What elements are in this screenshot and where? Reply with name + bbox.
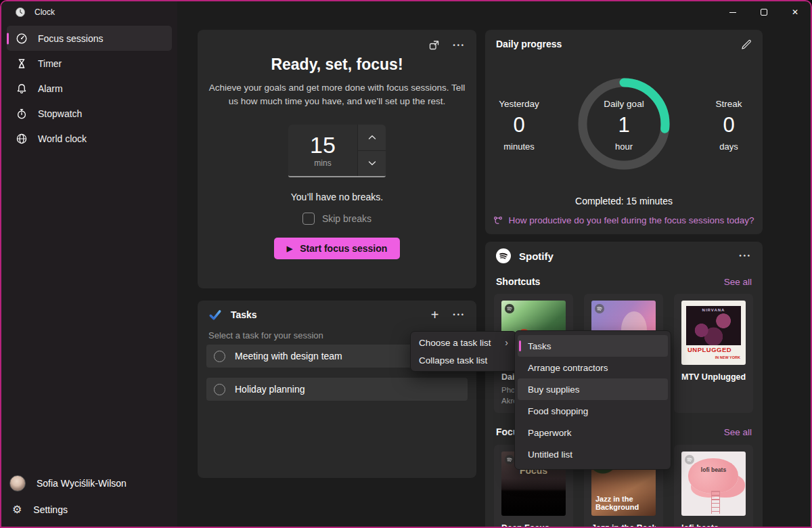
task-radio[interactable] bbox=[214, 351, 225, 362]
duration-unit: mins bbox=[314, 158, 331, 168]
daily-progress-card: Daily progress Yesterday 0 minutes Daily… bbox=[485, 30, 763, 234]
shortcuts-see-all-link[interactable]: See all bbox=[724, 277, 752, 287]
play-icon: ▶ bbox=[287, 244, 292, 253]
clock-app-icon bbox=[15, 7, 26, 18]
maximize-button[interactable] bbox=[748, 1, 780, 23]
list-item-arrange-contractors[interactable]: Arrange contractors bbox=[518, 357, 668, 378]
start-focus-session-button[interactable]: ▶ Start focus session bbox=[274, 238, 401, 259]
start-button-label: Start focus session bbox=[300, 243, 387, 254]
task-label: Holiday planning bbox=[235, 384, 305, 395]
focus-card-title: Ready, set, focus! bbox=[198, 56, 476, 74]
feedback-icon bbox=[493, 216, 503, 225]
minimize-button[interactable] bbox=[717, 1, 748, 23]
skip-breaks-label[interactable]: Skip breaks bbox=[322, 213, 371, 224]
list-item-food-shopping[interactable]: Food shopping bbox=[518, 400, 668, 422]
user-profile-button[interactable]: Sofia Wyciślik-Wilson bbox=[1, 470, 177, 497]
task-list-submenu: Tasks Arrange contractors Buy supplies F… bbox=[514, 330, 671, 470]
clock-app-window: Clock Focus sessions Timer Alarm bbox=[0, 0, 812, 528]
spotify-logo bbox=[496, 248, 511, 263]
titlebar: ✕ bbox=[177, 1, 811, 23]
close-button[interactable]: ✕ bbox=[780, 1, 811, 23]
tasks-card-title: Tasks bbox=[231, 309, 257, 320]
tasks-card-subtitle: Select a task for your session bbox=[208, 330, 323, 340]
duration-increase-button[interactable] bbox=[358, 125, 386, 151]
album-art: NIRVANA bbox=[686, 306, 741, 345]
stat-streak: Streak 0 days bbox=[695, 99, 763, 152]
globe-icon bbox=[16, 133, 28, 145]
productivity-feedback-link[interactable]: How productive do you feel during the fo… bbox=[485, 215, 763, 225]
breaks-note: You’ll have no breaks. bbox=[198, 192, 476, 202]
list-item-buy-supplies[interactable]: Buy supplies bbox=[518, 378, 668, 400]
sidebar-item-stopwatch[interactable]: Stopwatch bbox=[7, 101, 172, 126]
stat-daily-goal: Daily goal 1 hour bbox=[590, 99, 658, 152]
bell-icon bbox=[16, 83, 28, 95]
app-title: Clock bbox=[15, 7, 55, 18]
sidebar-item-label: World clock bbox=[38, 133, 87, 144]
tile-title: MTV Unplugged… bbox=[681, 372, 746, 382]
sidebar-item-label: Alarm bbox=[38, 83, 63, 94]
close-icon: ✕ bbox=[792, 7, 798, 17]
maximize-icon bbox=[761, 9, 767, 16]
tasks-context-menu: Choose a task list › Collapse task list bbox=[410, 331, 517, 372]
focus-setup-card: ••• Ready, set, focus! Achieve your goal… bbox=[198, 30, 476, 288]
sidebar-footer: Sofia Wyciślik-Wilson ⚙ Settings bbox=[1, 470, 177, 523]
stat-yesterday: Yesterday 0 minutes bbox=[485, 99, 553, 152]
spotify-badge bbox=[685, 455, 694, 464]
chevron-down-icon bbox=[368, 160, 376, 166]
completed-text: Completed: 15 minutes bbox=[485, 196, 763, 206]
menu-item-collapse-task-list[interactable]: Collapse task list bbox=[411, 351, 516, 369]
sidebar-item-alarm[interactable]: Alarm bbox=[7, 76, 172, 101]
tasks-more-options-button[interactable]: ••• bbox=[453, 311, 466, 318]
tile-mtv-unplugged[interactable]: NIRVANA UNPLUGGED IN NEW YORK MTV Unplug… bbox=[674, 294, 753, 413]
sidebar-item-world-clock[interactable]: World clock bbox=[7, 126, 172, 151]
list-item-paperwork[interactable]: Paperwork bbox=[518, 422, 668, 443]
skip-breaks-checkbox[interactable] bbox=[302, 213, 315, 225]
sidebar-item-label: Stopwatch bbox=[38, 108, 82, 119]
stopwatch-icon bbox=[16, 108, 28, 120]
focus-card-subtitle: Achieve your goals and get more done wit… bbox=[206, 81, 468, 108]
avatar bbox=[9, 475, 26, 491]
duration-spinner: 15 mins bbox=[288, 125, 386, 177]
sidebar-item-label: Timer bbox=[38, 58, 62, 69]
task-label: Meeting with design team bbox=[235, 351, 342, 361]
task-row-holiday[interactable]: Holiday planning bbox=[206, 378, 468, 401]
spotify-badge bbox=[505, 304, 514, 313]
sidebar-item-focus-sessions[interactable]: Focus sessions bbox=[7, 26, 172, 51]
hourglass-icon bbox=[16, 58, 28, 70]
focus-dial-icon bbox=[16, 32, 28, 45]
sidebar-item-timer[interactable]: Timer bbox=[7, 51, 172, 76]
todo-check-icon bbox=[208, 308, 222, 322]
list-item-untitled-list[interactable]: Untitled list bbox=[518, 443, 668, 465]
chevron-right-icon: › bbox=[505, 337, 508, 348]
chevron-up-icon bbox=[368, 135, 376, 140]
sidebar: Clock Focus sessions Timer Alarm bbox=[1, 1, 177, 527]
shortcuts-title: Shortcuts bbox=[496, 276, 540, 287]
daily-progress-title: Daily progress bbox=[496, 39, 562, 49]
gear-icon: ⚙ bbox=[12, 504, 22, 515]
settings-button[interactable]: ⚙ Settings bbox=[1, 497, 177, 523]
duration-decrease-button[interactable] bbox=[358, 151, 386, 177]
tile-title: lofi beats bbox=[681, 523, 746, 528]
spotify-badge bbox=[595, 304, 604, 313]
user-name: Sofia Wyciślik-Wilson bbox=[37, 478, 127, 489]
list-item-tasks[interactable]: Tasks bbox=[518, 335, 668, 357]
duration-value: 15 bbox=[310, 133, 336, 156]
more-options-button[interactable]: ••• bbox=[453, 42, 466, 49]
popout-button[interactable] bbox=[428, 39, 440, 51]
sidebar-item-label: Focus sessions bbox=[38, 33, 103, 44]
minimize-icon bbox=[729, 12, 736, 13]
app-title-label: Clock bbox=[35, 7, 55, 17]
edit-goal-button[interactable] bbox=[741, 39, 752, 49]
menu-item-choose-task-list[interactable]: Choose a task list › bbox=[411, 334, 516, 351]
settings-label: Settings bbox=[33, 504, 68, 515]
duration-value-field[interactable]: 15 mins bbox=[288, 125, 357, 176]
tile-title: Deep Focus bbox=[501, 523, 566, 528]
task-radio[interactable] bbox=[214, 384, 225, 395]
focus-see-all-link[interactable]: See all bbox=[724, 427, 752, 437]
spotify-more-options-button[interactable]: ••• bbox=[740, 252, 752, 259]
sidebar-nav: Focus sessions Timer Alarm Stopwatch bbox=[1, 26, 177, 151]
add-task-button[interactable]: + bbox=[431, 308, 439, 322]
tasks-card: Tasks + ••• Select a task for your sessi… bbox=[198, 301, 476, 478]
tile-lofi-beats[interactable]: lofi beats lofi beats bbox=[674, 445, 753, 528]
tile-title: Jazz in the Backg bbox=[591, 523, 656, 528]
